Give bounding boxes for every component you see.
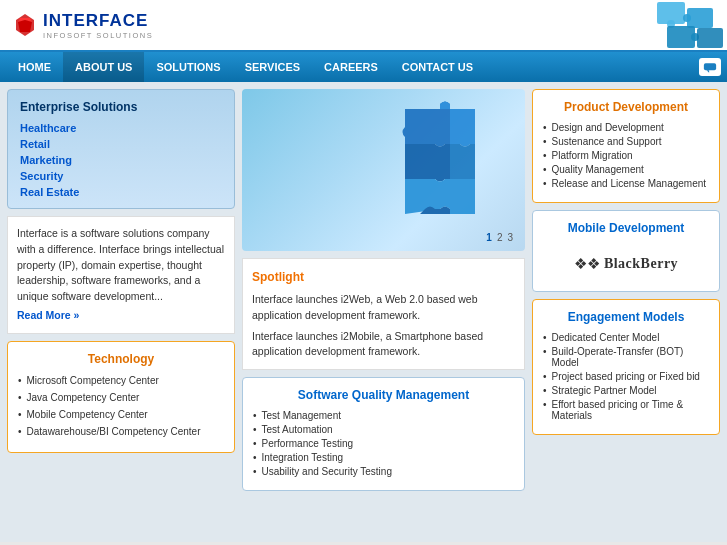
slider-dot-2[interactable]: 2: [497, 232, 503, 243]
technology-title: Technology: [18, 352, 224, 366]
list-item: •Project based pricing or Fixed bid: [543, 371, 709, 382]
nav-item-home[interactable]: HOME: [6, 52, 63, 82]
enterprise-link-marketing[interactable]: Marketing: [20, 154, 222, 166]
slider-dots: 1 2 3: [486, 232, 513, 243]
about-text: Interface is a software solutions compan…: [17, 227, 224, 302]
sqm-list: •Test Management •Test Automation •Perfo…: [253, 410, 514, 477]
header: INTERFACE INFOSOFT SOLUTIONS: [0, 0, 727, 52]
sqm-title: Software Quality Management: [253, 388, 514, 402]
mobile-box: Mobile Development ❖❖ BlackBerry: [532, 210, 720, 292]
left-column: Enterprise Solutions Healthcare Retail M…: [7, 89, 235, 535]
read-more-link[interactable]: Read More »: [17, 308, 79, 324]
product-title: Product Development: [543, 100, 709, 114]
header-puzzle-decoration: [547, 0, 727, 52]
logo-icon: [12, 12, 38, 38]
list-item: •Usability and Security Testing: [253, 466, 514, 477]
chat-icon[interactable]: [699, 58, 721, 76]
main-content: Enterprise Solutions Healthcare Retail M…: [0, 82, 727, 542]
list-item: •Performance Testing: [253, 438, 514, 449]
engagement-box: Engagement Models •Dedicated Center Mode…: [532, 299, 720, 435]
enterprise-links: Healthcare Retail Marketing Security Rea…: [20, 122, 222, 198]
list-item: •Platform Migration: [543, 150, 709, 161]
technology-list: •Microsoft Competency Center •Java Compe…: [18, 374, 224, 439]
slider-dot-1[interactable]: 1: [486, 232, 492, 243]
engagement-title: Engagement Models: [543, 310, 709, 324]
list-item: •Datawarehouse/BI Competency Center: [18, 425, 224, 439]
list-item: •Mobile Competency Center: [18, 408, 224, 422]
list-item: •Strategic Partner Model: [543, 385, 709, 396]
logo-text: INTERFACE INFOSOFT SOLUTIONS: [43, 11, 153, 40]
logo-container: INTERFACE INFOSOFT SOLUTIONS: [12, 11, 153, 40]
engagement-list: •Dedicated Center Model •Build-Operate-T…: [543, 332, 709, 421]
enterprise-link-realestate[interactable]: Real Estate: [20, 186, 222, 198]
product-box: Product Development •Design and Developm…: [532, 89, 720, 203]
svg-point-3: [683, 14, 691, 22]
puzzle-decoration: [265, 89, 525, 251]
enterprise-solutions-box: Enterprise Solutions Healthcare Retail M…: [7, 89, 235, 209]
technology-box: Technology •Microsoft Competency Center …: [7, 341, 235, 453]
right-column: Product Development •Design and Developm…: [532, 89, 720, 535]
navigation: HOME ABOUT US SOLUTIONS SERVICES CAREERS…: [0, 52, 727, 82]
nav-item-about[interactable]: ABOUT US: [63, 52, 144, 82]
nav-item-solutions[interactable]: SOLUTIONS: [144, 52, 232, 82]
slider-dot-3[interactable]: 3: [507, 232, 513, 243]
nav-item-contact[interactable]: CONTACT US: [390, 52, 485, 82]
spotlight-title: Spotlight: [252, 268, 515, 286]
list-item: •Microsoft Competency Center: [18, 374, 224, 388]
list-item: •Java Competency Center: [18, 391, 224, 405]
blackberry-logo: ❖❖ BlackBerry: [543, 247, 709, 281]
svg-rect-4: [667, 26, 695, 48]
list-item: •Integration Testing: [253, 452, 514, 463]
blackberry-text: BlackBerry: [604, 256, 678, 272]
list-item: •Dedicated Center Model: [543, 332, 709, 343]
list-item: •Quality Management: [543, 164, 709, 175]
spotlight-para-2: Interface launches i2Mobile, a Smartphon…: [252, 329, 515, 361]
blackberry-icon: ❖❖: [574, 255, 600, 273]
enterprise-link-healthcare[interactable]: Healthcare: [20, 122, 222, 134]
list-item: •Design and Development: [543, 122, 709, 133]
list-item: •Release and License Management: [543, 178, 709, 189]
center-column: 1 2 3 Spotlight Interface launches i2Web…: [242, 89, 525, 535]
svg-rect-7: [704, 63, 716, 70]
logo-main: INTERFACE: [43, 11, 148, 30]
product-list: •Design and Development •Sustenance and …: [543, 122, 709, 189]
enterprise-link-security[interactable]: Security: [20, 170, 222, 182]
logo-sub: INFOSOFT SOLUTIONS: [43, 31, 153, 40]
svg-marker-8: [707, 70, 710, 73]
svg-rect-6: [697, 28, 723, 48]
about-text-box: Interface is a software solutions compan…: [7, 216, 235, 334]
hero-slider: 1 2 3: [242, 89, 525, 251]
list-item: •Build-Operate-Transfer (BOT) Model: [543, 346, 709, 368]
mobile-title: Mobile Development: [543, 221, 709, 235]
list-item: •Test Automation: [253, 424, 514, 435]
sqm-box: Software Quality Management •Test Manage…: [242, 377, 525, 491]
list-item: •Effort based pricing or Time & Material…: [543, 399, 709, 421]
list-item: •Sustenance and Support: [543, 136, 709, 147]
nav-item-careers[interactable]: CAREERS: [312, 52, 390, 82]
list-item: •Test Management: [253, 410, 514, 421]
enterprise-link-retail[interactable]: Retail: [20, 138, 222, 150]
nav-item-services[interactable]: SERVICES: [233, 52, 312, 82]
enterprise-title: Enterprise Solutions: [20, 100, 222, 114]
spotlight-para-1: Interface launches i2Web, a Web 2.0 base…: [252, 292, 515, 324]
spotlight-box: Spotlight Interface launches i2Web, a We…: [242, 258, 525, 370]
